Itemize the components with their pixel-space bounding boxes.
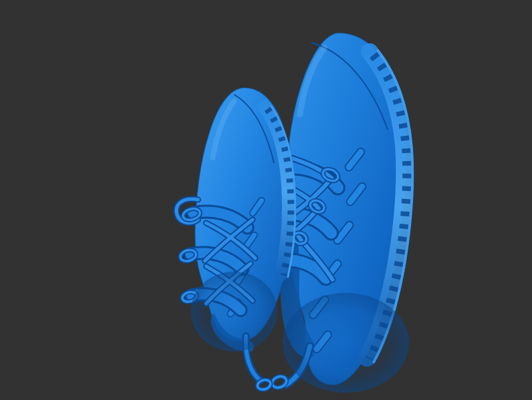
shoe-left-heel-shade [191,272,277,351]
shoe-left [176,88,295,391]
shoe-right-heel-shade [283,293,409,393]
model-shoes [0,0,532,400]
3d-viewport[interactable] [0,0,532,400]
